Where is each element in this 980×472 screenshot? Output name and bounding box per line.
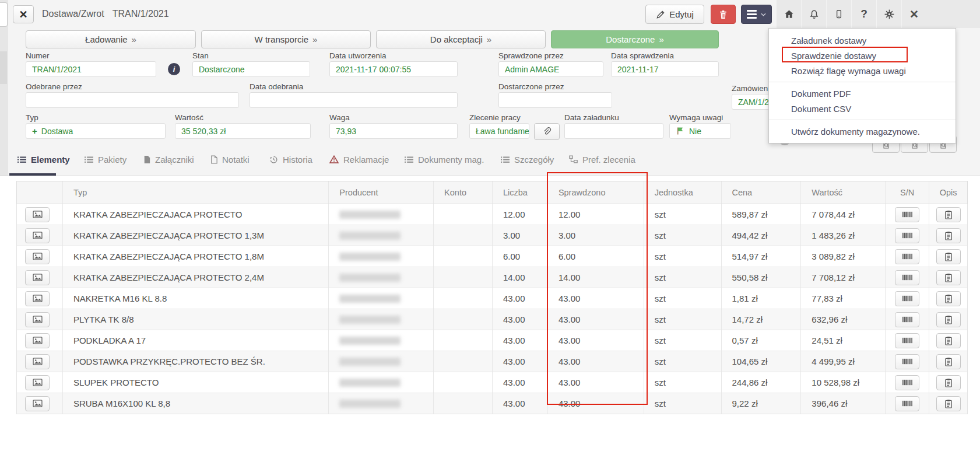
table-row[interactable]: PLYTKA TK 8/843.0043.00szt14,72 zł632,96… — [16, 309, 968, 330]
delete-button[interactable] — [711, 5, 736, 24]
data-sprawdzenia-field[interactable]: 2021-11-17 — [611, 61, 719, 77]
row-image-button[interactable] — [25, 270, 50, 285]
waga-field[interactable]: 73,93 — [329, 123, 458, 139]
typ-field[interactable]: +Dostawa — [26, 123, 166, 139]
info-icon[interactable]: i — [168, 63, 180, 75]
notifications-bell-icon[interactable] — [801, 0, 826, 28]
edit-button[interactable]: Edytuj — [645, 5, 704, 24]
workflow-step-do-akceptacji[interactable]: Do akceptacji » — [376, 30, 546, 48]
menu-item-zaladunek-dostawy[interactable]: Załadunek dostawy — [769, 33, 956, 48]
workflow-step-ladowanie[interactable]: Ładowanie » — [26, 30, 196, 48]
tab-historia[interactable]: Historia — [269, 151, 312, 167]
serial-number-button[interactable] — [895, 207, 919, 222]
row-image-button[interactable] — [25, 396, 50, 411]
sprawdzone-przez-field[interactable]: Admin AMAGE — [498, 61, 603, 77]
odebrane-przez-field[interactable] — [26, 92, 239, 108]
actions-menu-button[interactable] — [741, 5, 772, 24]
serial-number-button[interactable] — [895, 354, 919, 369]
tab-dokumenty-mag[interactable]: Dokumenty mag. — [405, 151, 484, 167]
description-button[interactable] — [936, 312, 961, 327]
serial-number-button[interactable] — [895, 291, 919, 306]
row-image-button[interactable] — [25, 207, 50, 222]
table-row[interactable]: PODSTAWKA PRZYKRĘC.PROTECTO BEZ ŚR.43.00… — [16, 351, 968, 372]
description-button[interactable] — [936, 396, 961, 411]
row-image-button[interactable] — [25, 375, 50, 390]
menu-item-dokument-csv[interactable]: Dokument CSV — [769, 101, 956, 116]
serial-number-button[interactable] — [895, 270, 919, 285]
workflow-step-dostarczone[interactable]: Dostarczone » — [551, 30, 719, 48]
description-button[interactable] — [936, 354, 961, 369]
workflow-step-w-transporcie[interactable]: W transporcie » — [201, 30, 371, 48]
description-button[interactable] — [936, 291, 961, 306]
row-image-button[interactable] — [25, 333, 50, 348]
numer-field[interactable]: TRAN/1/2021 — [26, 61, 156, 77]
row-image-button[interactable] — [25, 228, 50, 243]
tab-zalaczniki[interactable]: Załączniki — [143, 151, 194, 167]
cell-typ: NAKRETKA M16 KL 8.8 — [63, 288, 329, 309]
description-button[interactable] — [936, 207, 961, 222]
cell-konto — [434, 267, 493, 288]
attach-work-order-button[interactable] — [534, 123, 560, 140]
settings-gear-icon[interactable] — [876, 0, 901, 28]
close-view-button[interactable]: ✕ — [13, 5, 34, 23]
serial-number-button[interactable] — [895, 396, 919, 411]
home-icon[interactable] — [776, 0, 801, 28]
menu-item-dokument-pdf[interactable]: Dokument PDF — [769, 86, 956, 101]
cell-jednostka: szt — [644, 309, 722, 330]
tab-notatki[interactable]: Notatki — [210, 151, 250, 167]
table-row[interactable]: KRATKA ZABEZPIECZAJĄCA PROTECTO 1,3M3.00… — [16, 225, 968, 246]
workflow-step-label: Do akceptacji — [430, 34, 483, 44]
tab-elementy[interactable]: Elementy — [17, 151, 70, 167]
actions-dropdown-menu: Załadunek dostawy Sprawdzenie dostawy Ro… — [768, 28, 956, 144]
odebrane-przez-label: Odebrane przez — [26, 82, 82, 91]
row-image-button[interactable] — [25, 249, 50, 264]
table-row[interactable]: PODKLADKA A 1743.0043.00szt0,57 zł24,51 … — [16, 330, 968, 351]
description-button[interactable] — [936, 333, 961, 348]
table-row[interactable]: SRUBA M16X100 KL 8,843.0043.00szt9,22 zł… — [16, 393, 968, 414]
dostarczone-przez-field[interactable] — [498, 92, 612, 108]
tab-reklamacje[interactable]: Reklamacje — [329, 151, 389, 167]
table-row[interactable]: KRATKA ZABEZPIECZAJĄCA PROTECTO 1,8M6.00… — [16, 246, 968, 267]
description-button[interactable] — [936, 249, 961, 264]
row-image-button[interactable] — [25, 291, 50, 306]
serial-number-button[interactable] — [895, 312, 919, 327]
data-utworzenia-field[interactable]: 2021-11-17 00:07:55 — [329, 61, 458, 77]
cell-konto — [434, 393, 493, 414]
help-icon[interactable]: ? — [851, 0, 876, 28]
menu-item-sprawdzenie-dostawy[interactable]: Sprawdzenie dostawy — [769, 48, 956, 63]
cell-typ: SRUBA M16X100 KL 8,8 — [63, 393, 329, 414]
row-image-button[interactable] — [25, 354, 50, 369]
data-zaladunku-field[interactable] — [564, 123, 663, 139]
cell-wartosc: 7 078,44 zł — [801, 204, 886, 225]
stan-field[interactable]: Dostarczone — [192, 61, 310, 77]
description-button[interactable] — [936, 270, 961, 285]
table-row[interactable]: SLUPEK PROTECTO43.0043.00szt244,86 zł10 … — [16, 372, 968, 393]
zlecenie-pracy-field[interactable]: Ława fundamen — [469, 123, 529, 139]
data-odebrania-field[interactable] — [250, 92, 458, 108]
serial-number-button[interactable] — [895, 249, 919, 264]
table-row[interactable]: KRATKA ZABEZPIECZAJACA PROTECTO12.0012.0… — [16, 204, 968, 225]
typ-label: Typ — [26, 113, 38, 122]
description-button[interactable] — [936, 228, 961, 243]
cell-konto — [434, 309, 493, 330]
producent-redacted — [339, 232, 401, 240]
row-image-button[interactable] — [25, 312, 50, 327]
menu-item-rozwiaz-flage[interactable]: Rozwiąż flagę wymaga uwagi — [769, 63, 956, 78]
wymaga-uwagi-field[interactable]: Nie — [669, 123, 731, 139]
tab-szczegoly[interactable]: Szczegóły — [501, 151, 554, 167]
header-cell: Konto — [434, 181, 493, 204]
workflow-arrow-icon: » — [659, 34, 663, 44]
mobile-device-icon[interactable] — [826, 0, 851, 28]
table-row[interactable]: NAKRETKA M16 KL 8.843.0043.00szt1,81 zł7… — [16, 288, 968, 309]
close-app-icon[interactable]: ✕ — [901, 0, 926, 28]
wartosc-field[interactable]: 35 520,33 zł — [175, 123, 311, 139]
serial-number-button[interactable] — [895, 228, 919, 243]
tab-pakiety[interactable]: Pakiety — [85, 151, 127, 167]
page-title: Dostawa/Zwrot TRAN/1/2021 — [42, 0, 169, 28]
tab-pref-zlecenia[interactable]: Pref. zlecenia — [569, 151, 635, 167]
table-row[interactable]: KRATKA ZABEZPIECZAJĄCA PROTECTO 2,4M14.0… — [16, 267, 968, 288]
menu-item-utworz-dokumenty[interactable]: Utwórz dokumenty magazynowe. — [769, 124, 956, 139]
serial-number-button[interactable] — [895, 333, 919, 348]
description-button[interactable] — [936, 375, 961, 390]
serial-number-button[interactable] — [895, 375, 919, 390]
